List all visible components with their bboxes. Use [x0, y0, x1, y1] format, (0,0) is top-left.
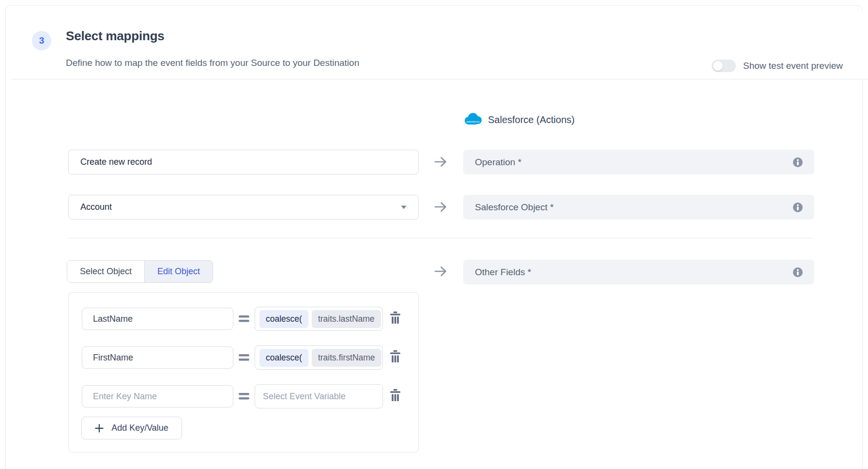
arrow-right-icon: [433, 155, 448, 169]
card-header: 3 Select mappings Define how to map the …: [11, 11, 868, 79]
salesforce-object-dropdown[interactable]: Account: [68, 195, 419, 219]
salesforce-object-field-label: Salesforce Object *: [475, 202, 793, 213]
other-fields-field-label: Other Fields *: [475, 267, 793, 278]
add-key-value-button[interactable]: Add Key/Value: [81, 417, 182, 439]
destination-name: Salesforce (Actions): [488, 114, 575, 125]
tab-select-object[interactable]: Select Object: [67, 261, 144, 282]
event-variable-input[interactable]: [255, 384, 383, 408]
toggle-knob: [713, 61, 723, 71]
equals-icon: [239, 354, 249, 361]
salesforce-logo-icon: salesforce: [463, 112, 483, 127]
function-chip[interactable]: coalesce(: [259, 349, 308, 367]
dropdown-selected-value: Account: [80, 202, 112, 212]
toggle-label: Show test event preview: [743, 61, 843, 71]
key-name-input[interactable]: [82, 385, 233, 407]
trash-icon: [390, 350, 401, 363]
svg-text:salesforce: salesforce: [466, 120, 480, 123]
variable-chip[interactable]: traits.lastName: [312, 310, 381, 328]
other-fields-field[interactable]: Other Fields *: [463, 260, 814, 284]
mappings-card: 3 Select mappings Define how to map the …: [5, 5, 863, 469]
test-event-preview-toggle[interactable]: [712, 60, 736, 72]
arrow-right-icon: [433, 264, 448, 279]
equals-icon: [239, 315, 249, 322]
operation-field[interactable]: Operation *: [463, 150, 814, 174]
key-value-editor-panel: coalesce( traits.lastName: [68, 292, 419, 453]
step-number-badge: 3: [32, 31, 51, 50]
page-subtitle: Define how to map the event fields from …: [66, 58, 359, 68]
tab-edit-object[interactable]: Edit Object: [144, 261, 213, 282]
delete-row-button[interactable]: [388, 389, 402, 404]
key-name-input[interactable]: [82, 346, 233, 369]
info-icon[interactable]: [793, 203, 803, 212]
select-mappings-page: 3 Select mappings Define how to map the …: [0, 0, 868, 469]
delete-row-button[interactable]: [388, 312, 402, 326]
info-icon[interactable]: [793, 157, 803, 167]
equals-icon: [239, 393, 249, 400]
key-name-input[interactable]: [82, 308, 233, 330]
trash-icon: [390, 312, 401, 325]
trash-icon: [390, 389, 401, 402]
action-name-input[interactable]: [68, 150, 419, 174]
add-button-label: Add Key/Value: [111, 423, 168, 433]
operation-field-label: Operation *: [475, 157, 793, 168]
chevron-down-icon: [401, 205, 407, 209]
salesforce-object-field[interactable]: Salesforce Object *: [463, 195, 814, 219]
delete-row-button[interactable]: [388, 350, 402, 365]
page-title: Select mappings: [66, 29, 165, 44]
object-mode-tabs: Select Object Edit Object: [67, 260, 213, 283]
section-divider: [67, 238, 813, 238]
value-editor[interactable]: coalesce( traits.firstName: [255, 345, 383, 370]
info-icon[interactable]: [793, 267, 803, 277]
function-chip[interactable]: coalesce(: [259, 310, 308, 328]
plus-icon: [95, 424, 104, 433]
arrow-right-icon: [433, 200, 448, 214]
variable-chip[interactable]: traits.firstName: [312, 349, 381, 367]
value-editor[interactable]: coalesce( traits.lastName: [255, 307, 383, 331]
